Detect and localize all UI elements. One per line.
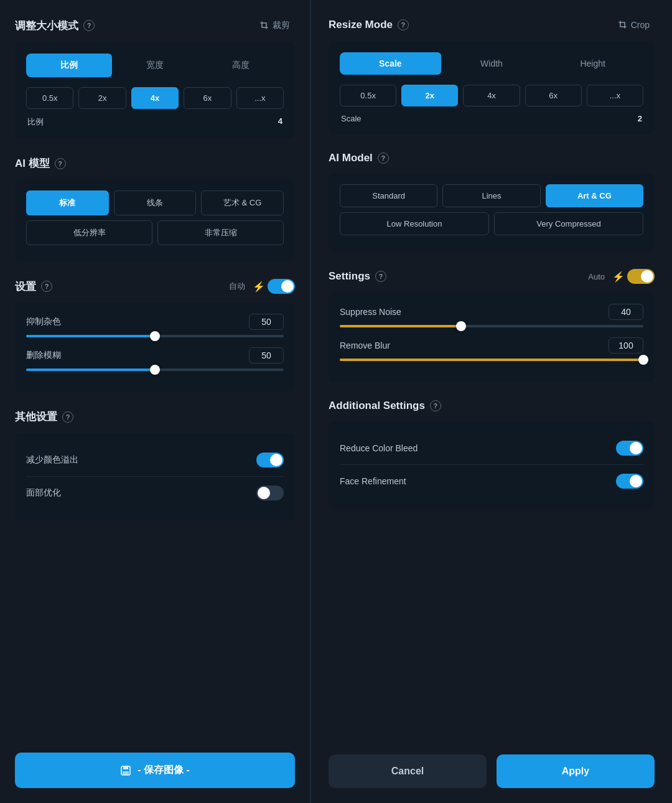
right-color-bleed-knob [630,442,642,454]
left-resize-title-text: 调整大小模式 [15,19,78,33]
right-settings-card: Suppress Noise 40 Remove Blur 100 [329,293,655,382]
left-ai-card: 标准 线条 艺术 & CG 低分辨率 非常压缩 [15,179,295,261]
right-crop-button[interactable]: Crop [614,17,655,32]
right-suppress-noise-value[interactable]: 40 [609,304,643,320]
left-lightning-icon: ⚡ [253,281,265,293]
left-suppress-noise-thumb[interactable] [150,331,160,341]
right-settings-help-icon[interactable]: ? [375,271,386,282]
left-color-bleed-label: 减少颜色溢出 [26,454,78,466]
right-face-refine-toggle[interactable] [616,474,643,489]
left-settings-title-text: 设置 [15,279,36,294]
left-ai-standard[interactable]: 标准 [26,190,109,215]
left-resize-title: 调整大小模式 ? [15,19,95,33]
left-scale-value-row: 比例 4 [26,116,284,128]
cancel-button[interactable]: Cancel [329,754,487,788]
right-tab-width[interactable]: Width [441,52,543,75]
right-ai-title-text: AI Model [329,152,373,164]
right-scale-dotx[interactable]: ...x [587,85,643,106]
left-scale-0.5x[interactable]: 0.5x [26,87,73,109]
left-scale-4x[interactable]: 4x [131,87,179,109]
left-suppress-noise-track[interactable] [26,335,284,337]
right-ai-section: AI Model ? Standard Lines Art & CG Low R… [329,152,655,251]
left-scale-6x[interactable]: 6x [184,87,231,109]
left-auto-toggle[interactable] [268,279,295,294]
right-ai-row2: Low Resolution Very Compressed [340,212,643,235]
right-scale-4x[interactable]: 4x [463,85,520,106]
right-scale-2x[interactable]: 2x [401,85,458,106]
left-ai-help-icon[interactable]: ? [55,158,66,169]
action-row: Cancel Apply [329,754,655,788]
right-ai-lowres[interactable]: Low Resolution [340,212,489,235]
left-suppress-noise-fill [26,335,155,337]
left-ai-lines[interactable]: 线条 [114,190,197,215]
left-suppress-noise-label: 抑制杂色 [26,316,61,327]
right-ai-help-icon[interactable]: ? [378,153,389,164]
left-suppress-noise-label-row: 抑制杂色 50 [26,314,284,330]
right-panel: Resize Mode ? Crop Scale Width Height 0.… [311,0,672,803]
right-remove-blur-value[interactable]: 100 [609,337,643,354]
right-remove-blur-label: Remove Blur [340,340,390,350]
right-scale-group: 0.5x 2x 4x 6x ...x [340,85,643,106]
right-auto-toggle[interactable] [627,269,655,284]
left-ai-artcg[interactable]: 艺术 & CG [201,190,284,215]
left-other-settings-section: 其他设置 ? 减少颜色溢出 面部优化 [15,410,295,520]
right-ai-standard[interactable]: Standard [340,184,437,207]
right-face-refine-label: Face Refinement [340,476,406,486]
left-face-refine-toggle[interactable] [256,486,284,500]
left-ai-compressed[interactable]: 非常压缩 [157,220,284,245]
left-tab-height[interactable]: 高度 [198,54,284,77]
right-remove-blur-track[interactable] [340,359,643,361]
crop-label: 裁剪 [273,20,290,31]
left-ai-row2: 低分辨率 非常压缩 [26,220,284,245]
right-settings-header: Settings ? Auto ⚡ [329,269,655,284]
left-remove-blur-value[interactable]: 50 [249,347,284,364]
right-ai-compressed[interactable]: Very Compressed [494,212,643,235]
save-button[interactable]: - 保存图像 - [15,753,295,788]
right-suppress-noise-row: Suppress Noise 40 [340,304,643,327]
left-face-refine-knob [258,487,270,499]
right-suppress-noise-track[interactable] [340,325,643,327]
left-color-bleed-toggle[interactable] [256,453,284,467]
left-other-help-icon[interactable]: ? [62,411,73,423]
left-remove-blur-track[interactable] [26,369,284,371]
left-tab-scale[interactable]: 比例 [26,54,112,77]
right-scale-number: 2 [638,114,642,123]
left-face-refine-label: 面部优化 [26,487,61,499]
right-scale-label: Scale [341,114,362,123]
left-tab-width[interactable]: 宽度 [112,54,198,77]
right-remove-blur-thumb[interactable] [638,355,648,365]
left-resize-card: 比例 宽度 高度 0.5x 2x 4x 6x ...x 比例 4 [15,42,295,139]
left-scale-2x[interactable]: 2x [78,87,126,109]
right-tabs: Scale Width Height [340,52,643,75]
right-ai-title: AI Model ? [329,152,655,164]
svg-rect-1 [123,766,128,769]
right-tab-scale[interactable]: Scale [340,52,441,75]
left-resize-help-icon[interactable]: ? [83,20,95,31]
right-auto-toggle-knob [641,270,653,283]
right-additional-title-text: Additional Settings [329,400,425,412]
left-ai-lowres[interactable]: 低分辨率 [26,220,152,245]
right-scale-0.5x[interactable]: 0.5x [340,85,396,106]
right-crop-label: Crop [631,20,650,30]
left-crop-button[interactable]: 裁剪 [255,17,295,34]
left-scale-dotx[interactable]: ...x [236,87,284,109]
right-tab-height[interactable]: Height [542,52,643,75]
left-remove-blur-thumb[interactable] [150,365,160,375]
left-auto-label: 自动 [229,281,245,292]
right-remove-blur-fill [340,359,643,361]
right-ai-lines[interactable]: Lines [442,184,540,207]
right-additional-help-icon[interactable]: ? [430,400,441,411]
right-crop-icon [618,21,627,29]
left-resize-header: 调整大小模式 ? 裁剪 [15,17,295,34]
right-color-bleed-toggle[interactable] [616,441,643,456]
left-tabs: 比例 宽度 高度 [26,54,284,77]
right-ai-artcg[interactable]: Art & CG [546,184,643,207]
right-suppress-noise-thumb[interactable] [456,321,466,331]
left-settings-help-icon[interactable]: ? [41,281,52,292]
save-label: - 保存图像 - [138,764,190,777]
left-remove-blur-label-row: 删除模糊 50 [26,347,284,364]
apply-button[interactable]: Apply [497,754,655,788]
left-suppress-noise-value[interactable]: 50 [249,314,284,330]
right-resize-help-icon[interactable]: ? [398,19,409,31]
right-scale-6x[interactable]: 6x [525,85,582,106]
